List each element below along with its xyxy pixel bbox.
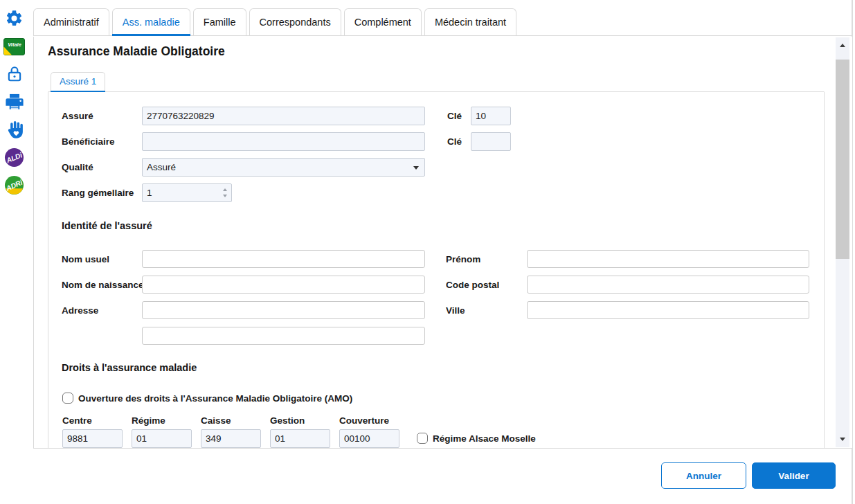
main-tabbar: Administratif Ass. maladie Famille Corre…	[33, 8, 852, 36]
subtab-assure-1[interactable]: Assuré 1	[51, 72, 105, 91]
tab-ass-maladie[interactable]: Ass. maladie	[112, 8, 190, 35]
nom-usuel-label: Nom usuel	[62, 250, 109, 269]
assure-input[interactable]	[142, 107, 425, 125]
adresse-input[interactable]	[142, 301, 425, 319]
rang-gemellaire-stepper[interactable]: 1	[142, 183, 232, 202]
prenom-label: Prénom	[446, 250, 480, 269]
cle1-label: Clé	[447, 107, 462, 125]
cle1-input[interactable]	[471, 107, 511, 125]
cancel-button[interactable]: Annuler	[661, 462, 746, 489]
prenom-input[interactable]	[527, 250, 809, 268]
lock-button[interactable]	[6, 64, 24, 84]
tab-complement[interactable]: Complément	[344, 8, 422, 35]
couverture-label: Couverture	[339, 415, 389, 427]
adri-service-button[interactable]: ADRi	[4, 175, 24, 195]
spinner-up-icon[interactable]	[223, 188, 227, 191]
printer-icon	[5, 103, 24, 114]
couverture-input[interactable]	[339, 429, 399, 448]
scrollbar-thumb[interactable]	[836, 60, 849, 259]
dropdown-caret-icon	[413, 166, 419, 170]
assure-label: Assuré	[62, 107, 93, 125]
rang-gemellaire-value: 1	[147, 188, 152, 198]
print-button[interactable]	[5, 92, 24, 111]
hand-button[interactable]	[5, 119, 26, 141]
adri-icon: ADRi	[4, 187, 24, 197]
cle2-label: Clé	[447, 132, 462, 151]
tab-famille[interactable]: Famille	[193, 8, 246, 35]
identite-section-title: Identité de l'assuré	[62, 220, 152, 231]
nom-naissance-label: Nom de naissance	[62, 276, 144, 294]
scroll-up-icon[interactable]	[840, 44, 845, 47]
tab-correspondants[interactable]: Correspondants	[249, 8, 341, 35]
adresse-label: Adresse	[62, 301, 98, 320]
beneficiaire-input[interactable]	[142, 132, 425, 151]
regime-label: Régime	[132, 415, 165, 427]
vertical-scrollbar[interactable]	[836, 37, 849, 447]
ass-maladie-panel: Assurance Maladie Obligatoire Assuré 1 A…	[33, 37, 852, 449]
caisse-label: Caisse	[201, 415, 231, 427]
tab-administratif[interactable]: Administratif	[33, 8, 109, 35]
droits-section-title: Droits à l'assurance maladie	[62, 362, 197, 373]
scroll-down-icon[interactable]	[840, 438, 845, 441]
alsace-moselle-checkbox-label: Régime Alsace Moselle	[433, 433, 536, 444]
settings-button[interactable]	[5, 9, 24, 28]
hand-heart-icon	[5, 132, 26, 143]
gestion-input[interactable]	[270, 429, 330, 448]
alsace-moselle-checkbox[interactable]	[417, 433, 428, 444]
amo-checkbox-label: Ouverture des droits à l'Assurance Malad…	[78, 393, 352, 404]
qualite-selected-value: Assuré	[147, 162, 176, 172]
vitale-card-button[interactable]: Vitale	[3, 38, 25, 55]
code-postal-label: Code postal	[446, 276, 499, 294]
centre-input[interactable]	[62, 429, 123, 448]
nom-naissance-input[interactable]	[142, 276, 425, 294]
gear-icon	[5, 19, 24, 30]
spinner-down-icon[interactable]	[223, 195, 227, 197]
vitale-label: Vitale	[8, 42, 21, 48]
cle2-input[interactable]	[471, 132, 511, 151]
nom-usuel-input[interactable]	[142, 250, 425, 268]
lock-icon	[6, 75, 24, 86]
caisse-input[interactable]	[201, 429, 261, 448]
gestion-label: Gestion	[270, 415, 305, 427]
vitale-card-icon: Vitale	[3, 47, 25, 57]
ville-input[interactable]	[527, 301, 809, 319]
aldi-service-button[interactable]: ALDi	[4, 147, 24, 168]
ville-label: Ville	[446, 301, 465, 320]
aldi-icon: ALDi	[4, 159, 24, 170]
amo-checkbox[interactable]	[62, 393, 73, 404]
tab-medecin-traitant[interactable]: Médecin traitant	[424, 8, 516, 35]
regime-input[interactable]	[132, 429, 192, 448]
code-postal-input[interactable]	[527, 276, 809, 294]
page-title: Assurance Maladie Obligatoire	[48, 44, 225, 59]
qualite-select[interactable]: Assuré	[142, 158, 425, 177]
qualite-label: Qualité	[62, 158, 93, 177]
rang-gemellaire-label: Rang gémellaire	[62, 183, 134, 202]
validate-button[interactable]: Valider	[752, 462, 836, 489]
beneficiaire-label: Bénéficiaire	[62, 132, 115, 151]
centre-label: Centre	[62, 415, 92, 427]
adresse2-input[interactable]	[142, 327, 425, 345]
